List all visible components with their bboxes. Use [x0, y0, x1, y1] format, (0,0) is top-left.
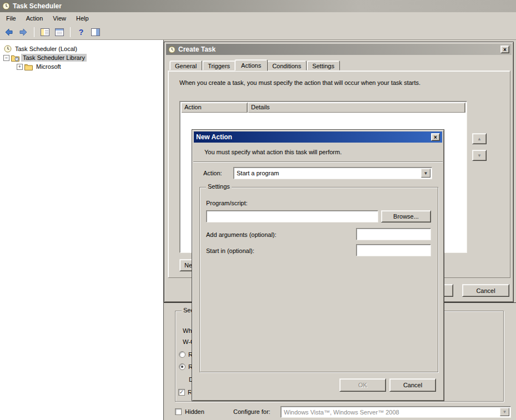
create-task-title: Create Task — [178, 45, 216, 53]
clock-icon — [4, 45, 12, 53]
help-icon: ? — [79, 28, 84, 37]
tree-item-label: Task Scheduler (Local) — [13, 45, 79, 53]
tree-item-label: Microsoft — [34, 63, 63, 70]
menu-view[interactable]: View — [48, 13, 71, 23]
up-icon: ▲ — [477, 136, 482, 141]
ok-button: OK — [339, 378, 386, 392]
clock-icon — [168, 46, 176, 53]
down-icon: ▼ — [477, 153, 482, 158]
run-highest-privileges-checkbox[interactable]: ✓ — [178, 389, 185, 396]
move-down-button: ▼ — [472, 150, 487, 161]
configure-for-combo: Windows Vista™, Windows Server™ 2008 ▼ — [280, 406, 511, 418]
start-in-label: Start in (optional): — [206, 247, 254, 254]
action-type-value: Start a program — [234, 170, 420, 176]
start-in-input[interactable] — [356, 244, 431, 256]
back-icon — [4, 28, 13, 37]
toolbar-separator — [70, 27, 71, 37]
tab-triggers[interactable]: Triggers — [202, 60, 236, 70]
menu-help[interactable]: Help — [71, 13, 94, 23]
export-list-icon — [55, 28, 64, 36]
tab-actions[interactable]: Actions — [234, 59, 268, 71]
window-title: Task Scheduler — [13, 2, 62, 10]
cancel-button[interactable]: Cancel — [462, 284, 509, 297]
dropdown-button[interactable]: ▼ — [421, 169, 430, 178]
radio-run-when-logged-on[interactable] — [179, 351, 186, 358]
task-scheduler-window: Task Scheduler File Action View Help ? — [0, 0, 516, 420]
tree-item-label: Task Scheduler Library — [21, 54, 87, 62]
dropdown-button: ▼ — [500, 408, 509, 416]
actions-list-header: Action Details — [181, 103, 465, 113]
expand-toggle-icon[interactable]: + — [17, 64, 23, 70]
chevron-down-icon: ▼ — [424, 171, 428, 176]
move-up-button: ▲ — [472, 133, 487, 144]
hidden-label: Hidden — [185, 408, 204, 415]
forward-icon — [19, 28, 28, 37]
new-action-instruction: You must specify what action this task w… — [204, 149, 342, 155]
main-titlebar[interactable]: Task Scheduler — [0, 0, 516, 12]
new-action-title: New Action — [196, 133, 232, 141]
configure-for-label: Configure for: — [233, 408, 270, 415]
cancel-button[interactable]: Cancel — [389, 378, 436, 392]
console-tree-icon — [41, 28, 49, 36]
menu-action[interactable]: Action — [21, 13, 48, 23]
program-script-label: Program/script: — [206, 200, 248, 206]
menu-file[interactable]: File — [1, 13, 21, 23]
new-action-titlebar[interactable]: New Action × — [194, 131, 442, 143]
close-button[interactable]: × — [431, 133, 440, 141]
program-script-input[interactable] — [206, 210, 378, 222]
browse-button[interactable]: Browse... — [381, 210, 431, 222]
action-pane-button[interactable] — [89, 26, 102, 38]
toolbar-separator — [34, 27, 34, 37]
actions-instruction: When you create a task, you must specify… — [179, 79, 504, 86]
close-icon: × — [434, 134, 437, 140]
menu-bar: File Action View Help — [0, 12, 516, 24]
tab-conditions[interactable]: Conditions — [267, 60, 307, 70]
action-pane-icon — [91, 28, 100, 36]
console-tree-panel: Task Scheduler (Local) − Task Scheduler … — [0, 40, 164, 420]
folder-clock-icon — [11, 54, 19, 62]
back-button[interactable] — [2, 26, 16, 38]
tree-item-microsoft[interactable]: + Microsoft — [0, 62, 163, 71]
close-icon: × — [503, 47, 507, 53]
check-icon: ✓ — [179, 389, 184, 395]
radio-run-whether-logged-on[interactable] — [179, 363, 186, 370]
tab-settings[interactable]: Settings — [307, 60, 340, 70]
chevron-down-icon: ▼ — [503, 409, 507, 414]
export-list-button[interactable] — [53, 26, 66, 38]
new-action-dialog: New Action × You must specify what actio… — [192, 129, 444, 401]
folder-icon — [24, 63, 33, 70]
column-header-action[interactable]: Action — [181, 103, 248, 113]
action-type-combo[interactable]: Start a program ▼ — [233, 167, 432, 179]
configure-for-value: Windows Vista™, Windows Server™ 2008 — [281, 409, 499, 416]
action-label: Action: — [203, 170, 222, 176]
tab-general[interactable]: General — [169, 60, 202, 70]
settings-group-label: Settings — [206, 183, 232, 190]
clock-icon — [2, 2, 10, 10]
add-arguments-label: Add arguments (optional): — [206, 231, 277, 238]
account-instruction-fragment: Wh — [183, 327, 192, 334]
checkbox-label-fragment: R — [188, 389, 191, 396]
hidden-checkbox[interactable] — [175, 408, 182, 415]
add-arguments-input[interactable] — [356, 228, 431, 240]
collapse-toggle-icon[interactable]: − — [3, 55, 9, 61]
column-header-details[interactable]: Details — [248, 103, 465, 113]
help-toolbar-button[interactable]: ? — [74, 26, 88, 38]
tree-item-root[interactable]: Task Scheduler (Local) — [0, 44, 163, 53]
forward-button[interactable] — [17, 26, 30, 38]
create-task-titlebar[interactable]: Create Task × — [166, 44, 512, 55]
close-button[interactable]: × — [500, 45, 509, 53]
toolbar: ? — [0, 24, 516, 40]
tab-strip: General Triggers Actions Conditions Sett… — [169, 59, 340, 71]
console-tree-button[interactable] — [38, 26, 52, 38]
tree-item-library[interactable]: − Task Scheduler Library — [0, 53, 163, 62]
separator — [193, 161, 443, 163]
